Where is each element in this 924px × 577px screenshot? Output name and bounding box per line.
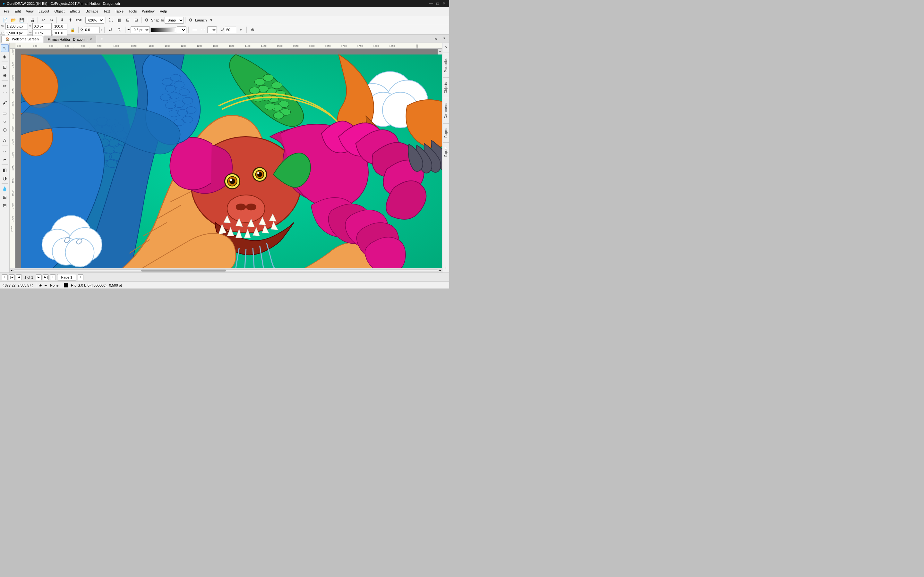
polygon-tool[interactable]: ⬡ (1, 126, 9, 134)
tab-document[interactable]: Firman Hatibu - Dragon... ✕ (44, 35, 96, 43)
panel-add-button[interactable]: + (443, 264, 449, 271)
angle-input[interactable] (84, 27, 100, 33)
prev-page-button[interactable]: ◄ (16, 274, 22, 280)
scroll-up-button[interactable]: ▲ (438, 49, 443, 53)
menu-view[interactable]: View (23, 9, 36, 14)
page-1-tab[interactable]: Page 1 (57, 274, 77, 280)
x-input[interactable] (32, 23, 52, 29)
menu-table[interactable]: Table (113, 9, 126, 14)
print-button[interactable]: 🖨 (29, 16, 36, 24)
transparency-tool[interactable]: ◑ (1, 174, 9, 182)
rectangle-tool[interactable]: ▭ (1, 109, 9, 117)
zoom-tool[interactable]: ⊕ (1, 71, 9, 79)
node-edit-tool[interactable]: ◈ (1, 53, 9, 60)
snap-to-select[interactable]: Snap To (165, 17, 184, 24)
last-page-button[interactable]: ►| (43, 274, 49, 280)
color-swatch[interactable] (150, 27, 176, 32)
export-button[interactable]: ⬆ (66, 16, 74, 24)
add-page-start-button[interactable]: + (2, 274, 8, 280)
dash-btn2[interactable]: - - (199, 26, 207, 34)
hints-button[interactable]: ? (440, 35, 448, 43)
maximize-button[interactable]: □ (435, 1, 440, 6)
freehand-tool[interactable]: ✏ (1, 82, 9, 90)
svg-text:1900: 1900 (11, 165, 14, 171)
drawing-canvas[interactable] (21, 55, 442, 268)
height-input[interactable] (5, 30, 27, 36)
pages-panel-tab[interactable]: Pages (443, 126, 449, 140)
view-grid-button[interactable]: ⊞ (124, 16, 132, 24)
tab-welcome[interactable]: 🏠 Welcome Screen (1, 35, 43, 43)
nib-size-input[interactable] (225, 27, 236, 33)
close-button[interactable]: ✕ (441, 1, 447, 6)
smart-fill-tool[interactable]: ⊟ (1, 201, 9, 210)
add-page-end-button[interactable]: + (50, 274, 56, 280)
add-panel-icon[interactable]: + (443, 265, 449, 271)
flip-h-button[interactable]: ⇄ (107, 26, 114, 34)
text-tool[interactable]: A (1, 137, 9, 144)
prop-sep5 (219, 27, 219, 33)
zoom-select[interactable]: 626% 400% 200% 100% 75% 50% (86, 17, 104, 24)
import-button[interactable]: ⬇ (58, 16, 66, 24)
more-options-button[interactable]: ⊕ (249, 26, 256, 34)
h-scale-input[interactable] (53, 30, 67, 36)
crop-tool[interactable]: ⊡ (1, 63, 9, 71)
shadow-tool[interactable]: ◧ (1, 166, 9, 174)
export-pdf-button[interactable]: PDF (75, 16, 82, 24)
bezier-tool[interactable]: ⌒ (1, 90, 9, 98)
w-scale-input[interactable] (53, 23, 67, 29)
minimize-button[interactable]: — (429, 1, 434, 6)
scroll-thumb-h[interactable] (141, 269, 226, 271)
undo-button[interactable]: ↩ (39, 16, 47, 24)
export-panel-tab[interactable]: Export (443, 145, 449, 160)
color-select[interactable]: ▾ (177, 26, 186, 33)
menu-edit[interactable]: Edit (12, 9, 23, 14)
fill-tool[interactable]: ⊞ (1, 193, 9, 201)
menu-file[interactable]: File (1, 9, 12, 14)
horizontal-scrollbar[interactable]: ◄ ► (10, 268, 442, 272)
new-tab-button[interactable]: + (98, 35, 106, 43)
ellipse-tool[interactable]: ○ (1, 118, 9, 125)
view-mode-button[interactable]: ▦ (115, 16, 123, 24)
launch-dropdown[interactable]: ▾ (207, 16, 215, 24)
width-input[interactable] (5, 23, 28, 29)
dash-select[interactable]: ▾ (207, 26, 217, 33)
scroll-right-button[interactable]: ► (439, 269, 441, 272)
artistic-media-tool[interactable]: 🖌 (1, 99, 9, 106)
menu-tools[interactable]: Tools (126, 9, 140, 14)
connector-tool[interactable]: ⌐ (1, 155, 9, 163)
select-tool[interactable]: ↖ (1, 44, 9, 52)
first-page-button[interactable]: |◄ (9, 274, 15, 280)
hints-panel-icon[interactable]: ? (443, 45, 449, 51)
y-input[interactable] (32, 30, 52, 36)
menu-effects[interactable]: Effects (67, 9, 83, 14)
menu-layout[interactable]: Layout (36, 9, 52, 14)
options-button[interactable]: ⚙ (187, 16, 194, 24)
new-button[interactable]: 📄 (1, 16, 9, 24)
menu-window[interactable]: Window (140, 9, 157, 14)
menu-bitmaps[interactable]: Bitmaps (83, 9, 101, 14)
redo-button[interactable]: ↪ (47, 16, 55, 24)
flip-v-button[interactable]: ⇅ (115, 26, 123, 34)
tab-close-icon[interactable]: ✕ (89, 37, 92, 41)
snap-settings-button[interactable]: ⚙ (143, 16, 150, 24)
add-page-button[interactable]: + (78, 274, 83, 280)
outline-width-select[interactable]: 0.5 pt 1 pt 2 pt (131, 26, 150, 33)
nib-up-button[interactable]: + (237, 26, 244, 34)
menu-help[interactable]: Help (157, 9, 170, 14)
objects-panel-tab[interactable]: Objects (443, 79, 449, 96)
next-page-button[interactable]: ► (36, 274, 42, 280)
properties-panel-tab[interactable]: Properties (443, 55, 449, 75)
dimension-tool[interactable]: ↔ (1, 147, 9, 155)
dash-btn1[interactable]: — (191, 26, 198, 34)
full-screen-button[interactable]: ⛶ (107, 16, 115, 24)
comments-panel-tab[interactable]: Comments (443, 100, 449, 121)
menu-text[interactable]: Text (101, 9, 112, 14)
close-panel-button[interactable]: ✕ (432, 35, 439, 43)
save-button[interactable]: 💾 (18, 16, 26, 24)
view-guides-button[interactable]: ⊟ (132, 16, 140, 24)
eyedropper-tool[interactable]: 💧 (1, 185, 9, 193)
scroll-left-button[interactable]: ◄ (10, 269, 13, 272)
open-button[interactable]: 📂 (10, 16, 17, 24)
menu-object[interactable]: Object (52, 9, 67, 14)
lock-ratio-button[interactable]: 🔒 (69, 26, 76, 34)
